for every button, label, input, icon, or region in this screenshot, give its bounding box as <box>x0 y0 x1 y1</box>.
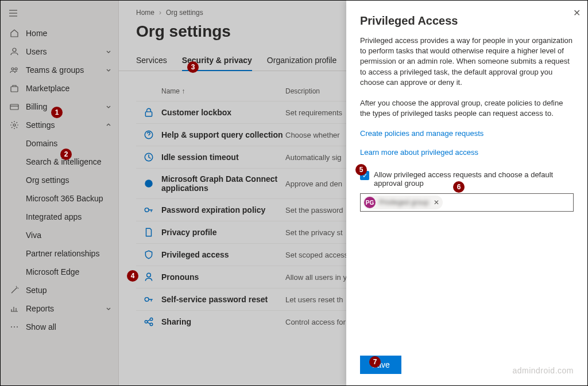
link-create-policies[interactable]: Create policies and manage requests <box>360 129 574 138</box>
overlay-dim <box>1 1 346 385</box>
step-bubble-5: 5 <box>355 164 367 176</box>
step-bubble-1: 1 <box>51 107 63 118</box>
panel-description-1: Privileged access provides a way for peo… <box>360 36 574 88</box>
save-button[interactable]: Save <box>360 356 401 374</box>
group-chip: PG Privileged group ✕ <box>363 196 443 209</box>
step-bubble-3: 3 <box>187 61 199 73</box>
step-bubble-7: 7 <box>369 356 381 368</box>
step-bubble-2: 2 <box>60 149 72 160</box>
watermark: admindroid.com <box>512 366 574 375</box>
chip-text: Privileged group <box>379 198 429 206</box>
privileged-access-panel: ✕ Privileged Access Privileged access pr… <box>346 1 587 385</box>
step-bubble-4: 4 <box>127 270 138 282</box>
close-icon[interactable]: ✕ <box>573 7 581 18</box>
avatar: PG <box>364 197 376 208</box>
approval-group-picker[interactable]: PG Privileged group ✕ <box>360 193 574 212</box>
remove-chip-icon[interactable]: ✕ <box>434 198 439 206</box>
checkbox-label: Allow privileged access requests and cho… <box>374 170 574 188</box>
panel-title: Privileged Access <box>360 14 574 28</box>
panel-description-2: After you choose the approval group, cre… <box>360 98 574 119</box>
step-bubble-6: 6 <box>453 181 465 193</box>
link-learn-more[interactable]: Learn more about privileged access <box>360 148 574 157</box>
